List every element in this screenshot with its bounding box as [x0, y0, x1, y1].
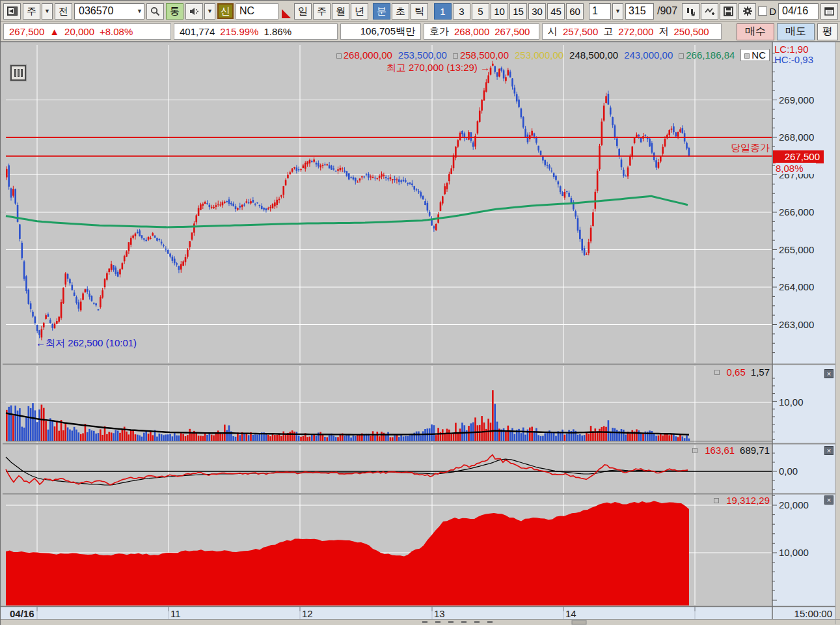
add-indicator-button[interactable] [701, 3, 718, 20]
minute-button-60[interactable]: 60 [566, 3, 584, 20]
minute-button-30[interactable]: 30 [528, 3, 546, 20]
gear-icon [742, 6, 753, 16]
calendar-icon [824, 7, 834, 16]
minute-button-5[interactable]: 5 [472, 3, 489, 20]
minute-button-3[interactable]: 3 [453, 3, 470, 20]
date-box [778, 3, 819, 20]
type-button-group: 분초틱 [373, 3, 428, 20]
amount-field: 106,705백만 [340, 23, 421, 40]
toolbar-main: 주 ▼ 전 ▼ 통 ▼ 신 NC 일주월년 분초틱 1351015304560 … [1, 1, 840, 22]
turnover-pct: 1.86% [264, 26, 291, 37]
window-panel-icon [7, 7, 18, 16]
stock-name-label: NC [236, 3, 278, 20]
bar-total-label: /907 [656, 5, 679, 17]
type-button-초[interactable]: 초 [392, 3, 409, 20]
compare-data-button[interactable] [682, 3, 699, 20]
avg-button[interactable]: 평 [817, 23, 838, 40]
hoga-field: 호가 268,000 267,500 [424, 23, 539, 40]
settings-button[interactable] [738, 3, 756, 20]
chart-period-dropdown[interactable]: ▼ [42, 3, 53, 20]
tong-link-button[interactable]: 통 [166, 3, 183, 20]
line-add-icon [705, 7, 715, 16]
minute-button-45[interactable]: 45 [547, 3, 565, 20]
bar-count-box [625, 3, 654, 20]
stock-search-button[interactable] [146, 3, 164, 20]
calendar-button[interactable] [820, 3, 838, 20]
high-price: 272,000 [618, 26, 653, 37]
period-button-월[interactable]: 월 [332, 3, 349, 20]
quote-bar: 267,500 ▲ 20,000 +8.08% 401,774 215.99% … [1, 22, 840, 42]
interval-box [589, 3, 611, 20]
open-price: 257,500 [563, 26, 598, 37]
sell-button[interactable]: 매도 [777, 23, 815, 40]
panel-toggle-button[interactable] [3, 3, 21, 20]
price-field: 267,500 ▲ 20,000 +8.08% [3, 23, 171, 40]
minute-button-15[interactable]: 15 [509, 3, 527, 20]
chart-canvas[interactable] [1, 1, 840, 625]
price-change-pct: +8.08% [100, 26, 133, 37]
day-checkbox-label: D [769, 6, 776, 17]
low-price: 250,500 [673, 26, 709, 37]
stock-code-box: ▼ [74, 3, 144, 20]
minute-button-1[interactable]: 1 [434, 3, 452, 20]
trade-amount: 106,705백만 [360, 25, 415, 38]
bar-count-input[interactable] [629, 5, 652, 17]
minute-button-group: 1351015304560 [434, 3, 584, 20]
current-price: 267,500 [9, 26, 44, 37]
period-button-년[interactable]: 년 [351, 3, 368, 20]
buy-button[interactable]: 매수 [737, 23, 774, 40]
interval-input[interactable] [592, 5, 609, 17]
minute-button-10[interactable]: 10 [491, 3, 508, 20]
price-change: 20,000 [64, 26, 94, 37]
chart-period-button[interactable]: 주 [23, 3, 40, 20]
open-label: 시 [548, 25, 558, 38]
sound-button[interactable] [185, 3, 203, 20]
volume-ratio: 215.99% [220, 26, 258, 37]
candle-compare-icon [686, 7, 696, 16]
stock-code-dropdown[interactable]: ▼ [137, 8, 142, 14]
sound-dropdown[interactable]: ▼ [204, 3, 215, 20]
save-disk-icon [724, 7, 733, 16]
stock-code-input[interactable] [79, 5, 137, 17]
period-button-일[interactable]: 일 [294, 3, 312, 20]
corner-resize-icon[interactable] [282, 9, 291, 18]
hoga-label: 호가 [429, 25, 449, 38]
chevron-down-icon: ▼ [615, 8, 621, 14]
period-button-group: 일주월년 [294, 3, 368, 20]
high-label: 고 [603, 25, 613, 38]
day-checkbox[interactable] [758, 7, 767, 16]
low-label: 저 [658, 25, 668, 38]
interval-dropdown[interactable]: ▼ [612, 3, 623, 20]
volume-value: 401,774 [180, 26, 215, 37]
date-input[interactable] [782, 5, 817, 17]
type-button-분[interactable]: 분 [373, 3, 390, 20]
period-button-주[interactable]: 주 [313, 3, 331, 20]
bid-price: 267,500 [495, 26, 530, 37]
chevron-down-icon: ▼ [44, 8, 50, 14]
speaker-icon [189, 7, 199, 16]
volume-field: 401,774 215.99% 1.86% [174, 23, 338, 40]
prev-stock-button[interactable]: 전 [55, 3, 72, 20]
credit-badge: 신 [217, 3, 234, 19]
up-arrow-icon: ▲ [49, 26, 59, 37]
chart-window: 주 ▼ 전 ▼ 통 ▼ 신 NC 일주월년 분초틱 1351015304560 … [0, 0, 840, 625]
magnifier-icon [150, 7, 160, 16]
type-button-틱[interactable]: 틱 [411, 3, 428, 20]
save-button[interactable] [720, 3, 737, 20]
ask-price: 268,000 [454, 26, 489, 37]
ohl-field: 시 257,500 고 272,000 저 250,500 [542, 23, 722, 40]
chevron-down-icon: ▼ [207, 8, 213, 14]
